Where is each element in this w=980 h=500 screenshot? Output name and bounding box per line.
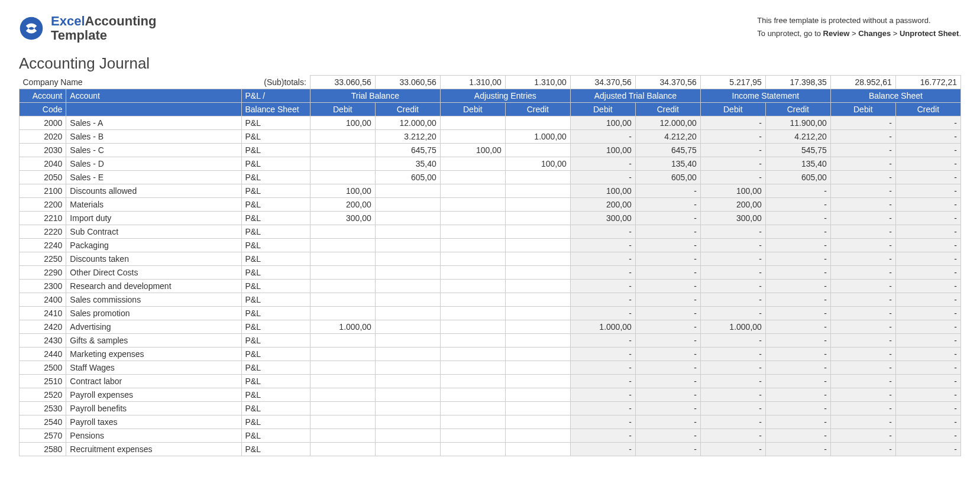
cell-is-debit[interactable]: -: [700, 144, 765, 157]
cell-ae-credit[interactable]: [505, 388, 570, 402]
cell-tb-credit[interactable]: 645,75: [375, 144, 440, 157]
cell-bs-credit[interactable]: -: [895, 225, 960, 239]
cell-is-debit[interactable]: -: [700, 307, 765, 320]
cell-ae-credit[interactable]: 1.000,00: [505, 130, 570, 144]
table-row[interactable]: 2410Sales promotionP&L------: [20, 307, 961, 320]
cell-account[interactable]: Marketing expenses: [66, 348, 241, 361]
cell-atb-credit[interactable]: 135,40: [635, 157, 700, 171]
cell-ae-debit[interactable]: [440, 252, 505, 266]
cell-ae-credit[interactable]: [505, 266, 570, 280]
cell-ae-credit[interactable]: [505, 144, 570, 157]
cell-ae-credit[interactable]: [505, 307, 570, 320]
cell-atb-credit[interactable]: -: [635, 334, 700, 348]
cell-atb-debit[interactable]: -: [570, 239, 635, 252]
cell-is-debit[interactable]: -: [700, 225, 765, 239]
table-row[interactable]: 2200MaterialsP&L200,00200,00-200,00---: [20, 198, 961, 212]
cell-atb-debit[interactable]: 100,00: [570, 144, 635, 157]
cell-account[interactable]: Contract labor: [66, 375, 241, 388]
cell-atb-credit[interactable]: -: [635, 184, 700, 198]
cell-type[interactable]: P&L: [241, 157, 310, 171]
cell-bs-credit[interactable]: -: [895, 280, 960, 293]
table-row[interactable]: 2500Staff WagesP&L------: [20, 361, 961, 375]
cell-type[interactable]: P&L: [241, 415, 310, 429]
cell-atb-debit[interactable]: -: [570, 157, 635, 171]
table-row[interactable]: 2520Payroll expensesP&L------: [20, 388, 961, 402]
cell-bs-credit[interactable]: -: [895, 388, 960, 402]
cell-bs-credit[interactable]: -: [895, 130, 960, 144]
cell-bs-credit[interactable]: -: [895, 402, 960, 415]
cell-ae-credit[interactable]: [505, 171, 570, 184]
cell-atb-debit[interactable]: 300,00: [570, 212, 635, 225]
cell-atb-credit[interactable]: -: [635, 266, 700, 280]
cell-ae-credit[interactable]: [505, 348, 570, 361]
cell-atb-debit[interactable]: 200,00: [570, 198, 635, 212]
cell-tb-credit[interactable]: 12.000,00: [375, 116, 440, 130]
cell-code[interactable]: 2200: [20, 198, 66, 212]
cell-ae-credit[interactable]: [505, 212, 570, 225]
cell-bs-debit[interactable]: -: [830, 225, 895, 239]
cell-bs-debit[interactable]: -: [830, 320, 895, 334]
cell-bs-debit[interactable]: -: [830, 429, 895, 443]
cell-atb-credit[interactable]: -: [635, 212, 700, 225]
cell-bs-credit[interactable]: -: [895, 375, 960, 388]
cell-is-debit[interactable]: -: [700, 429, 765, 443]
cell-atb-credit[interactable]: -: [635, 415, 700, 429]
cell-bs-credit[interactable]: -: [895, 252, 960, 266]
cell-is-debit[interactable]: -: [700, 361, 765, 375]
cell-atb-debit[interactable]: 1.000,00: [570, 320, 635, 334]
cell-ae-credit[interactable]: [505, 116, 570, 130]
cell-account[interactable]: Sales - C: [66, 144, 241, 157]
cell-is-credit[interactable]: -: [765, 225, 830, 239]
cell-account[interactable]: Gifts & samples: [66, 334, 241, 348]
cell-tb-credit[interactable]: [375, 280, 440, 293]
cell-account[interactable]: Discounts allowed: [66, 184, 241, 198]
cell-atb-debit[interactable]: -: [570, 266, 635, 280]
table-row[interactable]: 2440Marketing expensesP&L------: [20, 348, 961, 361]
cell-tb-debit[interactable]: [310, 307, 375, 320]
cell-code[interactable]: 2580: [20, 443, 66, 456]
cell-atb-debit[interactable]: -: [570, 307, 635, 320]
cell-ae-credit[interactable]: [505, 361, 570, 375]
cell-code[interactable]: 2570: [20, 429, 66, 443]
cell-tb-credit[interactable]: [375, 443, 440, 456]
cell-bs-debit[interactable]: -: [830, 130, 895, 144]
cell-bs-debit[interactable]: -: [830, 280, 895, 293]
cell-is-debit[interactable]: -: [700, 334, 765, 348]
cell-ae-credit[interactable]: [505, 252, 570, 266]
cell-account[interactable]: Materials: [66, 198, 241, 212]
cell-bs-credit[interactable]: -: [895, 184, 960, 198]
cell-bs-debit[interactable]: -: [830, 293, 895, 307]
cell-type[interactable]: P&L: [241, 307, 310, 320]
cell-code[interactable]: 2540: [20, 415, 66, 429]
cell-bs-credit[interactable]: -: [895, 293, 960, 307]
cell-ae-debit[interactable]: 100,00: [440, 144, 505, 157]
cell-tb-debit[interactable]: [310, 375, 375, 388]
table-row[interactable]: 2000Sales - AP&L100,0012.000,00100,0012.…: [20, 116, 961, 130]
cell-bs-debit[interactable]: -: [830, 388, 895, 402]
cell-code[interactable]: 2420: [20, 320, 66, 334]
cell-account[interactable]: Sales commissions: [66, 293, 241, 307]
cell-type[interactable]: P&L: [241, 348, 310, 361]
cell-atb-debit[interactable]: -: [570, 334, 635, 348]
cell-bs-credit[interactable]: -: [895, 116, 960, 130]
cell-tb-debit[interactable]: [310, 239, 375, 252]
cell-is-debit[interactable]: -: [700, 375, 765, 388]
cell-type[interactable]: P&L: [241, 130, 310, 144]
table-row[interactable]: 2300Research and developmentP&L------: [20, 280, 961, 293]
cell-atb-debit[interactable]: -: [570, 348, 635, 361]
cell-account[interactable]: Import duty: [66, 212, 241, 225]
cell-is-debit[interactable]: -: [700, 388, 765, 402]
cell-type[interactable]: P&L: [241, 239, 310, 252]
cell-tb-credit[interactable]: [375, 415, 440, 429]
cell-tb-credit[interactable]: 3.212,20: [375, 130, 440, 144]
cell-ae-debit[interactable]: [440, 239, 505, 252]
table-row[interactable]: 2530Payroll benefitsP&L------: [20, 402, 961, 415]
cell-type[interactable]: P&L: [241, 225, 310, 239]
cell-is-credit[interactable]: -: [765, 429, 830, 443]
cell-atb-debit[interactable]: 100,00: [570, 184, 635, 198]
cell-ae-debit[interactable]: [440, 388, 505, 402]
cell-atb-credit[interactable]: -: [635, 388, 700, 402]
cell-is-debit[interactable]: -: [700, 116, 765, 130]
cell-account[interactable]: Advertising: [66, 320, 241, 334]
cell-ae-credit[interactable]: [505, 198, 570, 212]
